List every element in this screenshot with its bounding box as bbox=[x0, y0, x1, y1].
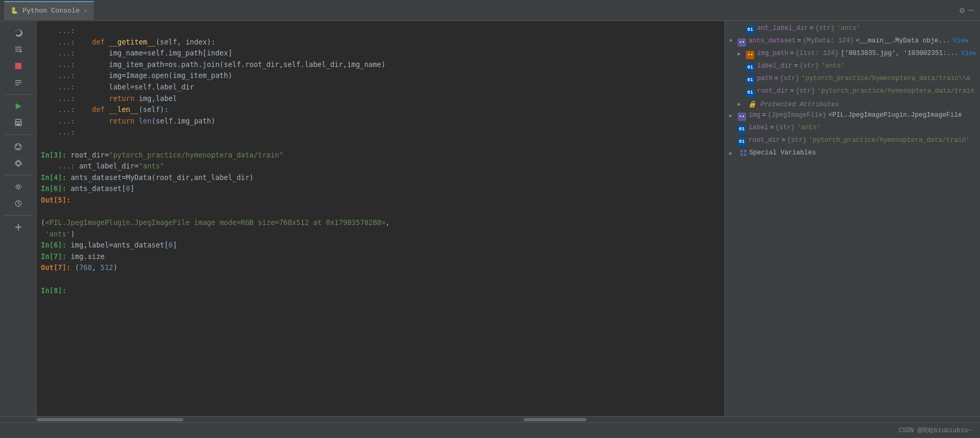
settings-icon[interactable]: ⚙ bbox=[960, 5, 965, 16]
right-edge bbox=[976, 21, 980, 416]
var-name-root-dir: root_dir bbox=[749, 137, 780, 144]
var-label-dir[interactable]: 01 label_dir = {str} 'ants' bbox=[725, 61, 976, 73]
left-toolbar bbox=[0, 21, 37, 416]
var-icon-str-5: 01 bbox=[738, 125, 746, 133]
var-expand-label-dir bbox=[738, 62, 746, 63]
var-img-path[interactable]: ▶ ▪▪ img_path = {list: 124} ['0013035.jp… bbox=[725, 48, 976, 61]
var-root-dir-child[interactable]: 01 root_dir = {str} 'pytorch_practice/hy… bbox=[725, 86, 976, 98]
history-button[interactable] bbox=[11, 196, 26, 211]
var-name-path: path bbox=[757, 75, 773, 82]
toolbar-divider-2 bbox=[4, 134, 32, 135]
tab-label: Python Console bbox=[23, 7, 80, 15]
bottom-bar: CSDN @阿哈biubiubiu~ bbox=[0, 422, 980, 438]
svg-rect-10 bbox=[16, 123, 20, 125]
console-output: ...: ...: def __getitem__(self, index): … bbox=[41, 25, 725, 296]
special-vars-icon bbox=[740, 149, 747, 156]
var-view-ants-dataset[interactable]: View bbox=[953, 37, 968, 44]
var-ants-dataset[interactable]: ▼ ▪▪ ants_dataset = {MyData: 124} <__mai… bbox=[725, 36, 976, 48]
h-scroll-thumb[interactable] bbox=[37, 418, 183, 421]
var-expand-special[interactable]: ▶ bbox=[729, 149, 738, 156]
svg-rect-20 bbox=[740, 150, 743, 152]
python-icon: 🐍 bbox=[10, 7, 18, 15]
h-scroll-right[interactable] bbox=[524, 418, 586, 421]
minimize-icon[interactable]: — bbox=[968, 6, 974, 15]
svg-rect-21 bbox=[744, 150, 747, 152]
run-button[interactable] bbox=[11, 99, 26, 114]
svg-point-13 bbox=[19, 144, 20, 145]
var-icon-str: 01 bbox=[746, 26, 754, 34]
var-path[interactable]: 01 path = {str} 'pytorch_practice/hymeno… bbox=[725, 73, 976, 86]
svg-point-12 bbox=[16, 144, 17, 145]
var-expand-ant-label-dir bbox=[738, 25, 746, 26]
add-button[interactable] bbox=[11, 220, 26, 234]
var-ant-label-dir[interactable]: 01 ant_label_dir = {str} 'ants' bbox=[725, 23, 976, 36]
var-img[interactable]: ▶ ▪▪ img = {JpegImageFile} <PIL.JpegImag… bbox=[725, 110, 976, 122]
execute-text-button[interactable] bbox=[11, 75, 26, 90]
var-label[interactable]: 01 label = {str} 'ants' bbox=[725, 122, 976, 135]
var-expand-img-path[interactable]: ▶ bbox=[738, 50, 746, 57]
var-root-dir[interactable]: 01 root_dir = {str} 'pytorch_practice/hy… bbox=[725, 135, 976, 148]
settings-button[interactable] bbox=[11, 179, 26, 194]
var-expand-root-dir bbox=[729, 137, 738, 138]
console-area[interactable]: ...: ...: def __getitem__(self, index): … bbox=[37, 21, 725, 416]
var-expand-root-dir-child bbox=[738, 87, 746, 88]
var-view-img-path[interactable]: View bbox=[961, 50, 976, 57]
var-expand-path bbox=[738, 75, 746, 76]
var-icon-list: ▪▪ bbox=[746, 51, 754, 59]
var-expand-ants-dataset[interactable]: ▼ bbox=[729, 37, 738, 44]
var-name-root-dir-child: root_dir bbox=[757, 87, 788, 95]
var-icon-str-4: 01 bbox=[746, 88, 754, 97]
var-name-label-dir: label_dir bbox=[757, 62, 793, 70]
title-bar-left: 🐍 Python Console ✕ bbox=[0, 1, 94, 20]
loop-button[interactable] bbox=[11, 156, 26, 171]
stop-button[interactable] bbox=[11, 59, 26, 73]
main-content: ...: ...: def __getitem__(self, index): … bbox=[0, 21, 980, 416]
special-vars-label: Special Variables bbox=[749, 149, 816, 156]
rerun-button[interactable] bbox=[11, 42, 26, 57]
print-button[interactable] bbox=[11, 116, 26, 130]
var-name-img-path: img_path bbox=[757, 50, 788, 57]
title-bar-right: ⚙ — bbox=[960, 5, 980, 16]
var-icon-obj: ▪▪ bbox=[738, 38, 746, 47]
restart-button[interactable] bbox=[11, 25, 26, 40]
var-icon-str-6: 01 bbox=[738, 138, 746, 146]
protected-attrs-label: 🔒 Protected Attributes bbox=[748, 100, 839, 108]
toolbar-divider-3 bbox=[4, 175, 32, 175]
svg-rect-3 bbox=[15, 63, 21, 69]
title-bar: 🐍 Python Console ✕ ⚙ — bbox=[0, 0, 980, 21]
tab-close-button[interactable]: ✕ bbox=[84, 7, 87, 14]
var-expand-protected[interactable]: ▶ bbox=[738, 100, 746, 107]
debug-button[interactable] bbox=[11, 139, 26, 154]
svg-point-16 bbox=[17, 186, 19, 188]
var-name-img: img bbox=[749, 111, 761, 119]
toolbar-divider-1 bbox=[4, 94, 32, 95]
var-expand-label bbox=[729, 124, 738, 125]
credit-text: CSDN @阿哈biubiubiu~ bbox=[899, 426, 972, 435]
variables-panel: 01 ant_label_dir = {str} 'ants' ▼ ▪▪ ant… bbox=[725, 21, 976, 416]
var-name-ants-dataset: ants_dataset bbox=[749, 37, 796, 44]
svg-rect-22 bbox=[740, 153, 743, 156]
var-expand-img[interactable]: ▶ bbox=[729, 111, 738, 119]
toolbar-divider-4 bbox=[4, 215, 32, 216]
var-icon-str-3: 01 bbox=[746, 76, 754, 84]
python-console-tab[interactable]: 🐍 Python Console ✕ bbox=[4, 1, 94, 20]
var-special-vars[interactable]: ▶ Special Variables bbox=[725, 148, 976, 159]
var-name-ant-label-dir: ant_label_dir bbox=[757, 25, 808, 32]
var-icon-str-2: 01 bbox=[746, 63, 754, 72]
svg-marker-7 bbox=[16, 103, 21, 109]
var-protected-attrs[interactable]: ▶ 🔒 Protected Attributes bbox=[725, 98, 976, 110]
svg-rect-23 bbox=[744, 153, 747, 156]
var-name-label: label bbox=[749, 124, 769, 131]
var-icon-img: ▪▪ bbox=[738, 113, 746, 121]
h-scroll-area bbox=[0, 416, 980, 422]
